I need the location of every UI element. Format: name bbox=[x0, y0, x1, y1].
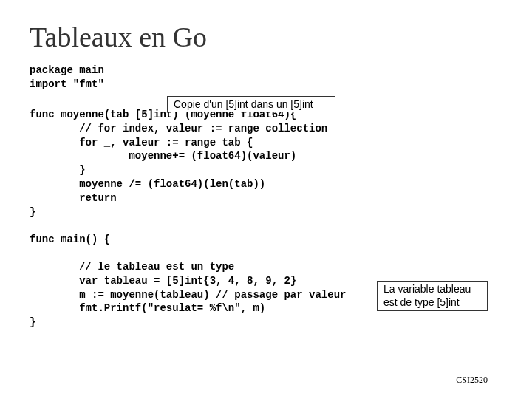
callout-variable-type: La variable tableau est de type [5]int bbox=[377, 281, 488, 311]
footer-course-code: CSI2520 bbox=[456, 375, 488, 386]
callout-copy-array: Copie d'un [5]int dans un [5]int bbox=[167, 96, 335, 112]
code-func-moyenne: func moyenne(tab [5]int) (moyenne float6… bbox=[30, 108, 502, 219]
slide-title: Tableaux en Go bbox=[30, 21, 502, 53]
slide-container: Tableaux en Go package main import "fmt"… bbox=[0, 0, 532, 399]
code-func-main-open: func main() { bbox=[30, 233, 502, 247]
code-package-import: package main import "fmt" bbox=[30, 64, 502, 92]
